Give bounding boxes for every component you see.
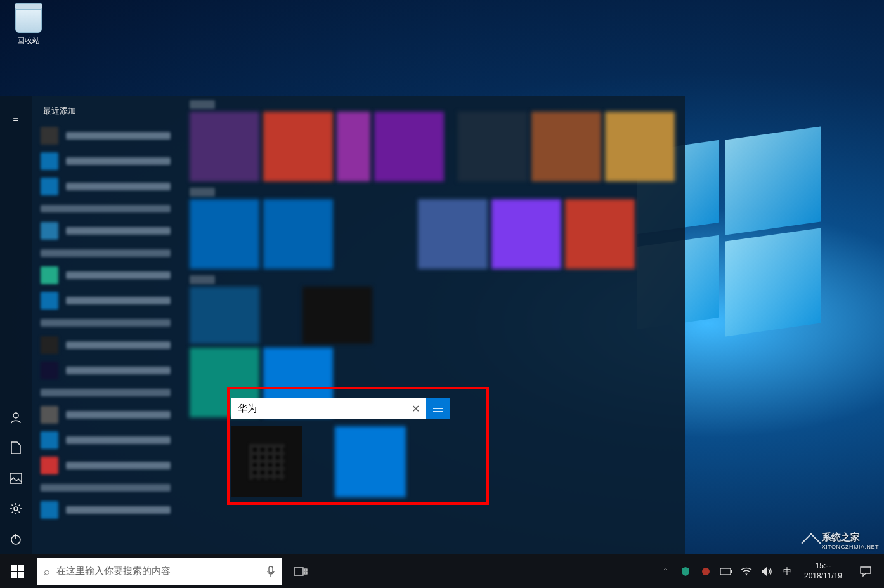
list-item[interactable] bbox=[32, 332, 179, 358]
tray-battery-button[interactable] bbox=[717, 554, 736, 588]
tile[interactable] bbox=[231, 426, 302, 497]
rail-documents-button[interactable] bbox=[0, 433, 32, 463]
list-letter-header[interactable] bbox=[32, 383, 179, 402]
svg-point-11 bbox=[746, 573, 747, 575]
svg-rect-4 bbox=[269, 566, 273, 573]
windows-logo-icon bbox=[11, 565, 24, 578]
svg-rect-7 bbox=[304, 572, 307, 574]
tile[interactable] bbox=[605, 112, 675, 181]
svg-rect-6 bbox=[304, 569, 307, 571]
rail-pictures-button[interactable] bbox=[0, 463, 32, 493]
tile[interactable] bbox=[565, 199, 635, 269]
list-item[interactable] bbox=[32, 402, 179, 428]
tile[interactable] bbox=[190, 112, 259, 181]
start-button[interactable] bbox=[0, 554, 35, 588]
list-letter-header[interactable] bbox=[32, 199, 179, 218]
close-icon: ✕ bbox=[412, 403, 420, 415]
search-icon: ⌕ bbox=[44, 566, 50, 577]
tray-ime-button[interactable]: 中 bbox=[777, 554, 796, 588]
taskbar-clock[interactable]: 15:-- 2018/11/19 bbox=[798, 561, 848, 581]
recently-added-header: 最近添加 bbox=[32, 101, 179, 123]
tile[interactable] bbox=[302, 287, 372, 344]
tile[interactable] bbox=[337, 112, 370, 181]
list-item[interactable] bbox=[32, 497, 179, 523]
tile[interactable] bbox=[418, 199, 488, 269]
wifi-icon bbox=[741, 567, 752, 576]
rail-settings-button[interactable] bbox=[0, 493, 32, 524]
svg-point-8 bbox=[702, 568, 710, 575]
recycle-bin-desktop-icon[interactable]: 回收站 bbox=[10, 6, 48, 46]
tile[interactable] bbox=[190, 287, 259, 344]
tray-network-button[interactable] bbox=[737, 554, 756, 588]
action-center-button[interactable] bbox=[850, 566, 881, 577]
document-icon bbox=[10, 441, 22, 454]
list-item[interactable] bbox=[32, 263, 179, 288]
gear-icon bbox=[10, 502, 22, 515]
system-tray: ˄ 中 15:-- 2018/11/19 bbox=[656, 554, 884, 588]
recycle-bin-icon bbox=[15, 6, 42, 33]
group-rename-clear-button[interactable]: ✕ bbox=[405, 398, 426, 419]
list-item[interactable] bbox=[32, 453, 179, 478]
tile[interactable] bbox=[374, 112, 444, 181]
list-letter-header[interactable] bbox=[32, 478, 179, 497]
app-icon bbox=[701, 566, 711, 577]
tile[interactable] bbox=[190, 199, 259, 269]
notification-icon bbox=[860, 566, 871, 577]
group-drag-handle[interactable] bbox=[426, 398, 450, 419]
tile[interactable] bbox=[263, 112, 333, 181]
rail-expand-button[interactable]: ≡ bbox=[0, 105, 32, 136]
tile[interactable] bbox=[335, 426, 406, 497]
user-icon bbox=[10, 411, 22, 424]
tray-volume-button[interactable] bbox=[757, 554, 776, 588]
task-view-button[interactable] bbox=[284, 554, 317, 588]
list-item[interactable] bbox=[32, 358, 179, 383]
clock-time: 15:-- bbox=[816, 561, 831, 572]
power-icon bbox=[10, 533, 22, 546]
house-icon bbox=[801, 533, 821, 552]
list-letter-header[interactable] bbox=[32, 244, 179, 263]
volume-icon bbox=[761, 566, 772, 577]
svg-point-2 bbox=[14, 507, 18, 511]
list-item[interactable] bbox=[32, 174, 179, 199]
group-rename-bar: ✕ bbox=[231, 398, 450, 419]
svg-rect-10 bbox=[731, 570, 732, 573]
tray-overflow-button[interactable]: ˄ bbox=[656, 554, 675, 588]
rail-power-button[interactable] bbox=[0, 524, 32, 554]
task-view-icon bbox=[294, 566, 308, 577]
mic-icon[interactable] bbox=[266, 566, 275, 577]
tile[interactable] bbox=[531, 112, 601, 181]
clock-date: 2018/11/19 bbox=[804, 572, 842, 582]
svg-rect-5 bbox=[294, 568, 303, 575]
tray-app-icon[interactable] bbox=[696, 554, 715, 588]
tile[interactable] bbox=[458, 112, 528, 181]
taskbar: ⌕ 在这里输入你要搜索的内容 ˄ bbox=[0, 554, 884, 588]
list-item[interactable] bbox=[32, 428, 179, 453]
watermark: 系统之家 XITONGZHIJIA.NET bbox=[804, 532, 879, 550]
recycle-bin-label: 回收站 bbox=[10, 36, 48, 46]
chevron-up-icon: ˄ bbox=[663, 566, 668, 577]
group-rename-input[interactable] bbox=[231, 398, 405, 419]
hamburger-icon: ≡ bbox=[13, 115, 18, 126]
svg-rect-9 bbox=[720, 568, 731, 575]
battery-icon bbox=[720, 568, 732, 575]
list-item[interactable] bbox=[32, 218, 179, 244]
list-item[interactable] bbox=[32, 288, 179, 313]
app-icon bbox=[249, 444, 285, 480]
watermark-text: 系统之家 bbox=[822, 532, 879, 544]
desktop: 回收站 ≡ bbox=[0, 0, 884, 588]
list-letter-header[interactable] bbox=[32, 313, 179, 332]
ime-label: 中 bbox=[783, 566, 791, 577]
list-item[interactable] bbox=[32, 123, 179, 148]
tray-app-icon[interactable] bbox=[676, 554, 695, 588]
shield-icon bbox=[680, 566, 691, 577]
svg-point-0 bbox=[13, 413, 18, 418]
list-item[interactable] bbox=[32, 148, 179, 174]
tile[interactable] bbox=[263, 199, 333, 269]
start-rail: ≡ bbox=[0, 96, 32, 554]
tile[interactable] bbox=[491, 199, 561, 269]
taskbar-search-box[interactable]: ⌕ 在这里输入你要搜索的内容 bbox=[37, 558, 282, 585]
picture-icon bbox=[10, 473, 22, 484]
start-apps-list[interactable]: 最近添加 bbox=[32, 96, 179, 554]
rail-user-button[interactable] bbox=[0, 402, 32, 433]
drag-handle-icon bbox=[433, 408, 443, 409]
